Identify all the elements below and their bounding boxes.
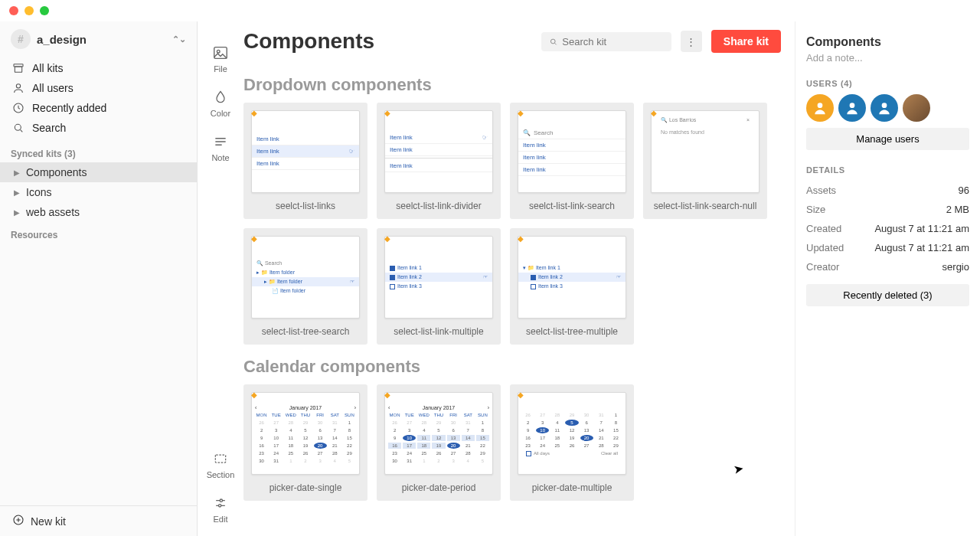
fullscreen-window-button[interactable] [40,6,49,15]
minimize-window-button[interactable] [24,6,34,15]
component-thumb: ‹January 2017› MONTUEWEDTHUFRISATSUN 262… [251,392,360,475]
avatar[interactable] [806,94,834,122]
topbar: Components ⋮ Share kit [243,21,795,60]
caret-right-icon: ▶ [14,208,21,217]
add-note-field[interactable]: Add a note... [806,52,969,64]
sketch-badge-icon: ◆ [518,109,524,117]
tool-note[interactable]: Note [211,133,229,162]
tree-item-components[interactable]: ▶ Components [0,162,197,182]
svg-point-7 [217,50,220,53]
detail-row: Size2 MB [806,200,969,219]
caret-right-icon: ▶ [14,168,21,177]
details-list: Assets96 Size2 MB CreatedAugust 7 at 11:… [806,181,969,276]
plus-circle-icon [12,514,24,528]
component-thumb: Item link Item link☞ Item link [251,110,360,193]
component-thumb: 🔍 Los Barrios× No matches found [651,110,760,193]
more-options-button[interactable]: ⋮ [681,31,702,52]
component-thumb: 🔍 Search ▸ 📁 Item folder ▸ 📁 Item folder… [251,236,360,319]
sketch-badge-icon: ◆ [384,234,390,243]
section-title: Calendar components [243,357,795,377]
sidebar-nav: All kits All users Recently added Search [0,55,197,141]
chevron-up-down-icon: ⌃⌄ [172,34,186,44]
component-label: seelct-list-link-search [529,193,615,219]
component-thumb: Item link☞ Item link Item link [384,110,493,193]
lines-icon [212,133,229,150]
sketch-badge-icon: ◆ [518,234,524,243]
tool-column: File Color Note Section Edit [198,21,243,536]
nav-item-label: Recently added [32,102,106,114]
new-kit-label: New kit [31,515,66,528]
tree-item-web-assets[interactable]: ▶ web assets [0,202,197,222]
tool-color[interactable]: Color [211,89,230,118]
clock-icon [12,102,24,114]
avatar[interactable] [838,94,866,122]
droplet-icon [212,89,229,106]
nav-item-all-users[interactable]: All users [0,78,197,98]
svg-point-13 [850,103,855,108]
tool-label: Note [211,153,229,162]
user-avatar-list [806,94,969,122]
search-kit-input[interactable] [541,32,671,51]
nav-item-search[interactable]: Search [0,118,197,138]
nav-item-all-kits[interactable]: All kits [0,58,197,78]
right-inspector: Components Add a note... USERS (4) Manag… [795,21,980,536]
avatar[interactable] [903,94,930,122]
component-card[interactable]: ◆ ▾ 📁 Item link 1 Item link 2☞ Item link… [510,228,634,345]
component-card[interactable]: ◆ 2627282930311 2345678 9101112131415 16… [510,384,634,501]
component-card[interactable]: ◆ ‹January 2017› MONTUEWEDTHUFRISATSUN 2… [243,384,368,501]
component-card[interactable]: ◆ 🔍Search Item link Item link Item link … [510,103,634,219]
users-section-header: USERS (4) [806,79,969,88]
sketch-badge-icon: ◆ [384,109,390,117]
section-title: Dropdown components [243,75,795,95]
component-thumb: Item link 1 Item link 2☞ Item link 3 [384,236,493,319]
sketch-badge-icon: ◆ [251,109,257,117]
page-title: Components [243,29,532,54]
component-card[interactable]: ◆ Item link Item link☞ Item link seelct-… [243,103,368,219]
svg-point-9 [220,499,222,502]
component-card[interactable]: ◆ ‹January 2017› MONTUEWEDTHUFRISATSUN 2… [377,384,501,501]
new-kit-button[interactable]: New kit [0,505,197,536]
left-sidebar: # a_design ⌃⌄ All kits All users [0,21,198,536]
tree-item-label: web assets [26,206,80,218]
component-label: select-list-tree-search [262,319,350,345]
share-kit-button[interactable]: Share kit [711,30,781,53]
caret-right-icon: ▶ [14,188,21,197]
component-card[interactable]: ◆ Item link☞ Item link Item link seelct-… [377,103,501,219]
tool-file[interactable]: File [212,44,229,74]
tool-edit[interactable]: Edit [212,495,229,524]
close-window-button[interactable] [9,6,18,15]
svg-point-10 [219,505,221,507]
synced-kits-header: Synced kits (3) [0,141,197,162]
window-traffic-lights [9,6,49,15]
svg-point-12 [818,103,823,108]
main-area: Components ⋮ Share kit Dropdown componen… [243,21,980,536]
detail-row: CreatedAugust 7 at 11:21 am [806,219,969,238]
manage-users-button[interactable]: Manage users [806,128,969,150]
avatar[interactable] [871,94,898,122]
workspace-switcher[interactable]: # a_design ⌃⌄ [0,21,197,55]
search-kit-field[interactable] [562,36,664,47]
component-thumb: ‹January 2017› MONTUEWEDTHUFRISATSUN 262… [384,392,493,475]
tool-label: File [214,64,227,74]
workspace-name: a_design [37,33,87,46]
user-icon [12,82,24,94]
nav-item-recently-added[interactable]: Recently added [0,98,197,118]
section-icon [212,450,229,467]
tree-item-icons[interactable]: ▶ Icons [0,182,197,202]
sliders-icon [212,495,229,511]
workspace-hash-icon: # [11,29,31,49]
component-card[interactable]: ◆ 🔍 Los Barrios× No matches found select… [643,103,767,219]
component-card[interactable]: ◆ 🔍 Search ▸ 📁 Item folder ▸ 📁 Item fold… [243,228,368,345]
image-icon [212,44,229,61]
tree-item-label: Components [26,166,87,178]
sketch-badge-icon: ◆ [251,391,257,399]
sketch-badge-icon: ◆ [518,391,524,399]
details-section-header: DETAILS [806,165,969,175]
detail-row: UpdatedAugust 7 at 11:21 am [806,238,969,257]
component-card[interactable]: ◆ Item link 1 Item link 2☞ Item link 3 s… [377,228,501,345]
inspector-title: Components [806,35,969,49]
sketch-badge-icon: ◆ [251,234,257,243]
recently-deleted-button[interactable]: Recently deleted (3) [806,284,969,306]
tool-section[interactable]: Section [207,450,235,479]
svg-point-4 [15,124,21,130]
